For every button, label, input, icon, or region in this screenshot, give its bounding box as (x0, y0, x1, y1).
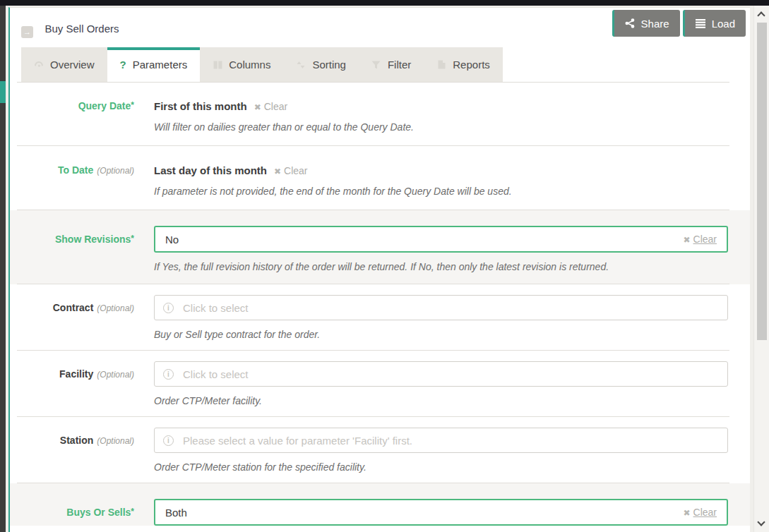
optional-label: (Optional) (97, 370, 134, 380)
param-help-text: Will filter on dailies greater than or e… (154, 121, 728, 146)
tab-label: Filter (388, 59, 411, 71)
tab-label: Sorting (312, 59, 346, 71)
columns-icon (213, 60, 222, 70)
clear-label: Clear (284, 165, 307, 176)
param-label: Station(Optional) (10, 428, 134, 483)
param-help-text: Buy or Sell type contract for the order. (154, 329, 728, 351)
required-mark: * (131, 507, 134, 516)
tab-label: Parameters (133, 59, 188, 71)
param-label-text: Query Date (78, 100, 131, 111)
scroll-down-icon[interactable] (757, 518, 765, 526)
optional-label: (Optional) (97, 166, 134, 176)
param-label: To Date(Optional) (10, 164, 134, 210)
clear-label: Clear (693, 234, 717, 245)
param-content: First of this month✖ClearWill filter on … (154, 100, 728, 146)
tab-label: Columns (229, 59, 270, 71)
tab-columns[interactable]: Columns (200, 47, 283, 82)
param-select-station[interactable]: iPlease select a value for parameter 'Fa… (154, 428, 728, 453)
param-help-text: If parameter is not provided, the end of… (154, 186, 728, 210)
param-row-query-date: Query Date*First of this month✖ClearWill… (10, 82, 750, 146)
param-label: Facility(Optional) (10, 361, 134, 417)
x-icon: ✖ (683, 235, 690, 245)
param-select-contract[interactable]: iClick to select (154, 295, 728, 320)
vertical-scrollbar[interactable] (753, 6, 769, 532)
clear-button[interactable]: ✖Clear (683, 234, 717, 245)
param-value: Last day of this month✖Clear (154, 164, 728, 176)
question-icon: ? (120, 59, 126, 71)
param-input-buys-or-sells[interactable]: Both✖Clear (154, 499, 728, 526)
param-label-text: Facility (59, 368, 93, 380)
tab-label: Overview (50, 59, 95, 71)
list-icon (696, 19, 705, 28)
sidebar-active-indicator (0, 81, 6, 103)
select-placeholder: Please select a value for parameter 'Fac… (183, 435, 412, 447)
param-label-text: Contract (53, 302, 94, 313)
param-content: Last day of this month✖ClearIf parameter… (154, 164, 728, 210)
tab-bar: Overview?ParametersColumnsSortingFilterR… (21, 47, 503, 82)
collapsed-sidebar (0, 6, 6, 532)
tab-label: Reports (453, 59, 490, 71)
info-icon: i (163, 369, 174, 380)
param-row-station: Station(Optional)iPlease select a value … (10, 417, 750, 483)
export-icon: → (21, 26, 33, 38)
param-label-text: Buys Or Sells (66, 507, 131, 518)
gauge-icon (34, 60, 44, 70)
param-label: Buys Or Sells* (10, 499, 134, 526)
param-content: No✖ClearIf Yes, the full revision histor… (154, 226, 728, 284)
report-panel: → Buy Sell Orders ShareLoad Overview?Par… (8, 7, 750, 532)
select-placeholder: Click to select (183, 368, 249, 380)
x-icon: ✖ (254, 102, 261, 112)
param-label-text: Show Revisions (55, 234, 131, 245)
optional-label: (Optional) (97, 303, 134, 313)
share-button[interactable]: Share (612, 10, 680, 37)
scrollbar-thumb[interactable] (757, 23, 767, 340)
clear-button[interactable]: ✖Clear (683, 507, 717, 518)
param-content: Both✖Clear (154, 499, 728, 526)
panel-header: → Buy Sell Orders ShareLoad (10, 8, 750, 47)
param-select-facility[interactable]: iClick to select (154, 361, 728, 387)
required-mark: * (131, 100, 134, 110)
clear-button[interactable]: ✖Clear (254, 101, 288, 112)
scroll-up-icon[interactable] (757, 11, 765, 19)
tab-reports[interactable]: Reports (424, 47, 503, 82)
param-help-text: If Yes, the full revision history of the… (154, 261, 728, 284)
required-mark: * (131, 234, 134, 243)
param-label: Show Revisions* (10, 226, 134, 284)
button-label: Share (641, 18, 669, 30)
select-placeholder: Click to select (183, 302, 249, 314)
page-title: Buy Sell Orders (44, 23, 119, 35)
parameters-form: Query Date*First of this month✖ClearWill… (10, 82, 750, 526)
tab-filter[interactable]: Filter (359, 47, 424, 82)
param-row-buys-or-sells: Buys Or Sells*Both✖Clear (10, 483, 750, 526)
share-icon (625, 18, 635, 28)
filter-icon (371, 60, 381, 70)
param-row-to-date: To Date(Optional)Last day of this month✖… (10, 146, 750, 210)
param-value-text[interactable]: First of this month (154, 100, 247, 112)
tab-sorting[interactable]: Sorting (283, 47, 359, 82)
window-top-bar (0, 0, 769, 6)
param-value-text[interactable]: Last day of this month (154, 164, 267, 176)
param-input-show-revisions[interactable]: No✖Clear (154, 226, 728, 253)
param-row-contract: Contract(Optional)iClick to selectBuy or… (10, 284, 750, 351)
reports-icon (436, 60, 446, 70)
clear-button[interactable]: ✖Clear (274, 165, 308, 176)
info-icon: i (163, 435, 174, 446)
param-row-facility: Facility(Optional)iClick to selectOrder … (10, 351, 750, 417)
header-buttons: ShareLoad (612, 10, 746, 37)
tab-overview[interactable]: Overview (21, 47, 107, 82)
param-row-show-revisions: Show Revisions*No✖ClearIf Yes, the full … (10, 210, 750, 284)
param-content: iClick to selectOrder CTP/Meter facility… (154, 361, 728, 417)
info-icon: i (163, 303, 174, 313)
param-label: Contract(Optional) (10, 295, 134, 351)
param-content: iPlease select a value for parameter 'Fa… (154, 428, 728, 483)
param-value: First of this month✖Clear (154, 100, 728, 112)
param-label: Query Date* (10, 100, 134, 146)
button-label: Load (712, 18, 735, 30)
x-icon: ✖ (683, 508, 690, 518)
param-label-text: Station (60, 435, 93, 446)
clear-label: Clear (693, 507, 717, 518)
load-button[interactable]: Load (683, 10, 746, 37)
optional-label: (Optional) (97, 436, 134, 446)
tab-parameters[interactable]: ?Parameters (107, 47, 201, 82)
sort-icon (296, 60, 306, 70)
